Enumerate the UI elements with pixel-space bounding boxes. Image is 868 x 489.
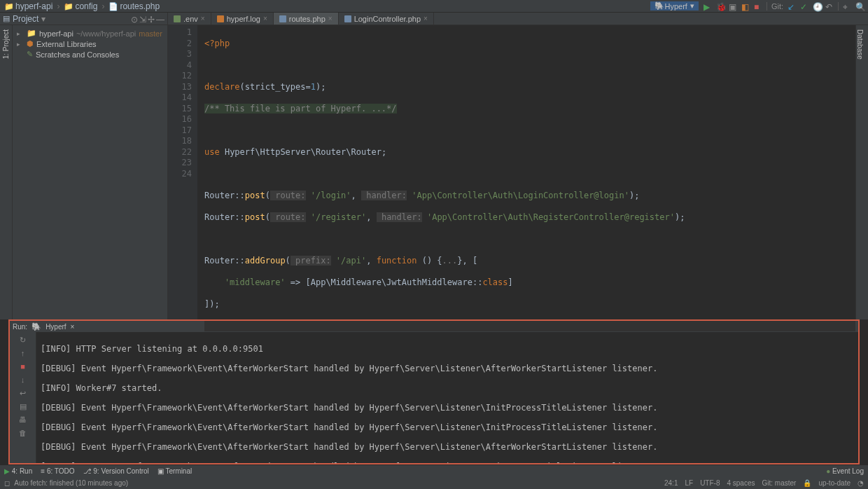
code-token: post — [245, 191, 265, 200]
sidebar-tab-database[interactable]: Database — [856, 25, 864, 64]
breadcrumb-folder[interactable]: config — [75, 1, 97, 11]
line-number: 18 — [168, 136, 192, 147]
tree-scratches[interactable]: ✎ Scratches and Consoles — [13, 49, 167, 60]
breadcrumb-project[interactable]: hyperf-api — [15, 1, 52, 11]
code-token: [App\Middleware\JwtAuthMiddleware — [306, 277, 472, 287]
code-token: ( — [265, 212, 270, 222]
git-lock-icon: 🔒 — [803, 479, 811, 487]
git-branch[interactable]: Git: master — [762, 479, 797, 487]
php-file-icon — [279, 15, 286, 22]
code-token: '/register' — [306, 212, 367, 222]
code-token: ] — [508, 277, 513, 287]
breadcrumb-file[interactable]: routes.php — [120, 1, 160, 11]
coverage-icon[interactable]: ▣ — [729, 2, 737, 11]
code-area[interactable]: <?php declare(strict_types=1); /** This … — [197, 25, 855, 319]
code-token: Hyperf\HttpServer\Router\Router; — [220, 147, 386, 157]
rerun-icon[interactable]: ↻ — [18, 336, 28, 345]
close-icon[interactable]: × — [263, 15, 267, 22]
git-history-icon[interactable]: 🕘 — [813, 2, 821, 11]
close-icon[interactable]: × — [201, 15, 205, 22]
git-update-icon[interactable]: ↙ — [788, 2, 796, 11]
console-line: [INFO] Worker#7 started. — [41, 383, 854, 393]
wrap-icon[interactable]: ↩ — [18, 389, 28, 399]
event-log-button[interactable]: ● Event Log — [826, 467, 864, 475]
stop-icon[interactable]: ■ — [754, 2, 762, 11]
vcs-toolwindow-button[interactable]: ⎇ 9: Version Control — [83, 467, 149, 475]
code-token: declare — [204, 82, 240, 92]
hide-icon[interactable]: — — [156, 15, 164, 23]
search-icon[interactable]: 🔍 — [855, 2, 864, 11]
php-file-icon — [344, 15, 351, 22]
code-fold[interactable]: ... — [442, 256, 458, 266]
console-line: [DEBUG] Event Hyperf\Framework\Event\Aft… — [41, 364, 854, 373]
scratch-icon: ✎ — [27, 50, 33, 59]
line-number: 24 — [168, 169, 192, 180]
tree-root[interactable]: ▸ 📁 hyperf-api ~/www/hyperf-api master — [13, 28, 167, 39]
code-token: 'middleware' — [204, 277, 286, 287]
code-hint: route: — [270, 191, 306, 200]
code-token: /** This file is part of Hyperf. ...*/ — [204, 104, 397, 113]
memory-icon[interactable]: ◔ — [858, 479, 864, 487]
code-token: , — [351, 191, 361, 200]
chevron-right-icon[interactable]: ▸ — [17, 30, 24, 37]
cursor-position[interactable]: 24:1 — [664, 479, 678, 487]
tab-routes-php[interactable]: routes.php × — [274, 13, 339, 25]
code-token: addGroup — [245, 256, 286, 266]
code-token: <?php — [204, 39, 230, 48]
stop-icon[interactable]: ■ — [18, 362, 28, 372]
run-toolwindow-button[interactable]: ▶ 4: Run — [4, 467, 32, 475]
chevron-down-icon[interactable]: ▾ — [41, 14, 46, 24]
print-icon[interactable]: 🖶 — [18, 415, 28, 425]
chevron-right-icon: › — [55, 1, 61, 11]
profile-icon[interactable]: ◧ — [741, 2, 750, 11]
expand-icon[interactable]: ⇲ — [139, 15, 148, 23]
up-icon[interactable]: ↑ — [18, 349, 28, 359]
php-icon: 🐘 — [31, 322, 41, 331]
code-editor[interactable]: 1 2 3 4 12 13 14 15 16 17 18 22 23 24 <?… — [168, 25, 855, 319]
gear-icon[interactable]: ✢ — [148, 15, 156, 23]
breadcrumb[interactable]: 📁 hyperf-api › 📁 config › 📄 routes.php — [4, 1, 160, 11]
chevron-right-icon[interactable]: ▸ — [17, 41, 24, 48]
git-revert-icon[interactable]: ↶ — [825, 2, 834, 11]
line-number: 14 — [168, 92, 192, 104]
encoding[interactable]: UTF-8 — [700, 479, 720, 487]
line-number: 22 — [168, 147, 192, 158]
sidebar-tab-project[interactable]: 1: Project — [2, 25, 10, 63]
code-token: Router — [204, 191, 234, 200]
project-tree[interactable]: ▸ 📁 hyperf-api ~/www/hyperf-api master ▸… — [13, 25, 168, 319]
line-number: 1 — [168, 27, 192, 39]
structure-icon[interactable]: ⌖ — [843, 2, 851, 11]
select-opened-icon[interactable]: ⊙ — [131, 15, 139, 23]
run-config-dropdown[interactable]: 🐘 Hyperf ▾ — [650, 1, 699, 11]
tree-external-libraries[interactable]: ▸ ⬢ External Libraries — [13, 39, 167, 49]
tab-login-controller[interactable]: LoginController.php × — [339, 13, 434, 25]
close-icon[interactable]: × — [71, 323, 75, 331]
vcs-status[interactable]: up-to-date — [818, 479, 850, 487]
close-icon[interactable]: × — [328, 15, 332, 22]
git-commit-icon[interactable]: ✓ — [800, 2, 808, 11]
gutter[interactable]: 1 2 3 4 12 13 14 15 16 17 18 22 23 24 — [168, 25, 197, 319]
trash-icon[interactable]: 🗑 — [18, 429, 28, 439]
indent[interactable]: 4 spaces — [727, 479, 755, 487]
tab-env[interactable]: .env × — [168, 13, 211, 25]
main-area: 1: Project ▸ 📁 hyperf-api ~/www/hyperf-a… — [0, 25, 868, 319]
close-icon[interactable]: × — [424, 15, 428, 22]
layout-icon[interactable]: ▤ — [18, 402, 28, 412]
run-pane-label: Run: — [13, 323, 27, 331]
todo-toolwindow-button[interactable]: ≡ 6: TODO — [41, 467, 74, 475]
console-line: [DEBUG] Event Hyperf\Framework\Event\Aft… — [41, 403, 854, 413]
code-token: Router — [204, 212, 234, 222]
project-pane-header[interactable]: ▤ Project ▾ ⊙ ⇲ ✢ — — [0, 13, 168, 25]
down-icon[interactable]: ↓ — [18, 376, 28, 385]
code-token: ]); — [204, 299, 220, 309]
run-icon[interactable]: ▶ — [704, 2, 712, 11]
terminal-toolwindow-button[interactable]: ▣ Terminal — [158, 467, 192, 475]
line-separator[interactable]: LF — [685, 479, 693, 487]
toolwindows-icon[interactable]: ◻ — [4, 479, 10, 487]
code-token: 'App\Controller\Auth\RegisterController@… — [422, 212, 675, 222]
left-tool-strip: 1: Project — [0, 25, 13, 319]
run-config-label: Hyperf — [664, 2, 687, 11]
debug-icon[interactable]: 🐞 — [716, 2, 724, 11]
tab-hyperf-log[interactable]: hyperf.log × — [211, 13, 274, 25]
run-tab-name[interactable]: Hyperf — [46, 323, 66, 331]
